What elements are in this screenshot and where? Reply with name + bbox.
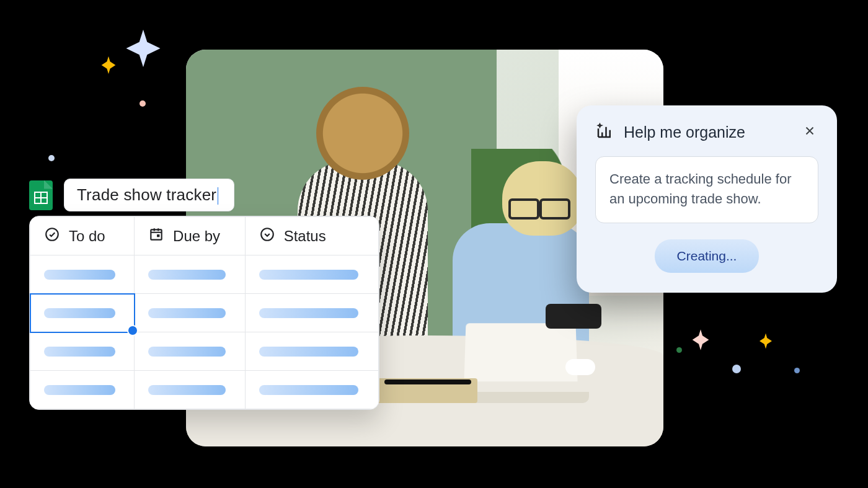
google-sheets-icon <box>29 180 53 210</box>
creating-button-label: Creating... <box>677 249 737 263</box>
cell[interactable] <box>135 371 246 409</box>
table-row <box>30 294 379 332</box>
cell[interactable] <box>30 371 135 409</box>
sparkle-icon <box>98 55 119 76</box>
svg-rect-1 <box>151 229 161 239</box>
column-header-todo-label: To do <box>69 228 105 245</box>
close-icon <box>803 124 817 140</box>
close-button[interactable] <box>801 123 818 141</box>
cell[interactable] <box>245 371 378 409</box>
decorative-dot <box>794 368 800 373</box>
decorative-dot <box>140 100 146 107</box>
spreadsheet-preview: To do Due by <box>29 216 379 410</box>
decorative-dot <box>732 365 741 373</box>
table-row <box>30 255 379 294</box>
cell[interactable] <box>135 332 246 371</box>
svg-point-0 <box>46 228 58 241</box>
calendar-icon <box>148 226 164 246</box>
cell[interactable] <box>245 294 378 332</box>
svg-rect-2 <box>157 234 159 237</box>
column-header-status-label: Status <box>284 228 326 245</box>
cell[interactable] <box>135 255 246 294</box>
sparkle-icon <box>123 28 164 69</box>
help-me-organize-panel: Help me organize Create a tracking sched… <box>577 105 837 293</box>
prompt-text: Create a tracking schedule for an upcomi… <box>609 171 792 206</box>
help-me-organize-title: Help me organize <box>624 123 791 141</box>
column-header-status[interactable]: Status <box>245 217 378 255</box>
cell[interactable] <box>245 255 378 294</box>
cell-selected[interactable] <box>30 294 135 332</box>
decorative-dot <box>48 155 55 161</box>
column-header-dueby[interactable]: Due by <box>135 217 246 255</box>
cell[interactable] <box>245 332 378 371</box>
sparkle-icon <box>688 327 713 352</box>
creating-button[interactable]: Creating... <box>655 239 760 273</box>
cell[interactable] <box>135 294 246 332</box>
dropdown-circle-icon <box>259 226 275 246</box>
document-title-input[interactable]: Trade show tracker <box>64 179 234 211</box>
sparkle-icon <box>756 332 775 350</box>
document-title-text: Trade show tracker <box>77 185 216 204</box>
svg-point-3 <box>261 228 273 241</box>
cell[interactable] <box>30 255 135 294</box>
table-row <box>30 332 379 371</box>
cell[interactable] <box>30 332 135 371</box>
decorative-dot <box>676 347 682 353</box>
prompt-input[interactable]: Create a tracking schedule for an upcomi… <box>595 156 818 223</box>
column-header-todo[interactable]: To do <box>30 217 135 255</box>
sparkle-chart-icon <box>595 122 614 143</box>
table-row <box>30 371 379 409</box>
check-circle-icon <box>44 226 60 246</box>
column-header-dueby-label: Due by <box>173 228 220 245</box>
